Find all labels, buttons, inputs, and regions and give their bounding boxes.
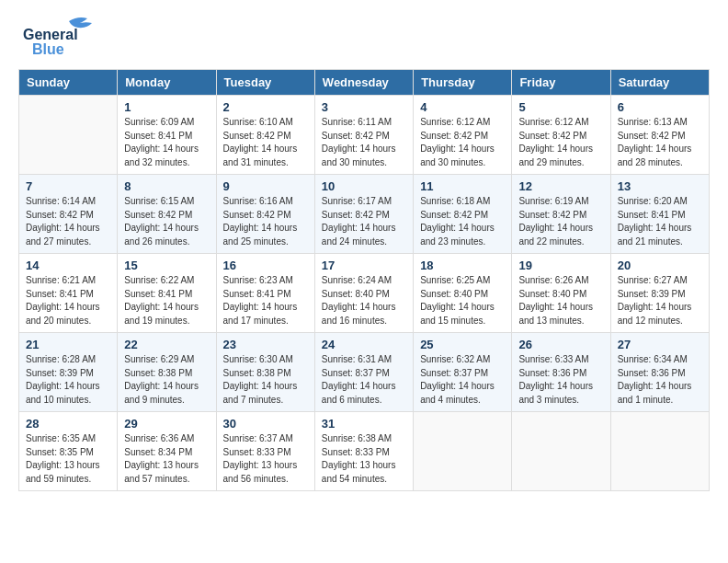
day-number: 8 <box>124 179 209 193</box>
calendar-cell <box>414 412 512 491</box>
day-info: Sunrise: 6:10 AM Sunset: 8:42 PM Dayligh… <box>223 116 308 169</box>
day-info: Sunrise: 6:22 AM Sunset: 8:41 PM Dayligh… <box>124 274 209 327</box>
day-number: 13 <box>618 179 702 193</box>
calendar-cell: 21Sunrise: 6:28 AM Sunset: 8:39 PM Dayli… <box>19 333 118 412</box>
calendar-cell: 10Sunrise: 6:17 AM Sunset: 8:42 PM Dayli… <box>314 175 413 254</box>
day-info: Sunrise: 6:18 AM Sunset: 8:42 PM Dayligh… <box>420 195 505 248</box>
day-number: 28 <box>26 417 110 431</box>
day-number: 1 <box>124 100 209 114</box>
day-number: 26 <box>518 338 603 351</box>
logo-svg: General Blue <box>18 14 101 60</box>
day-info: Sunrise: 6:27 AM Sunset: 8:39 PM Dayligh… <box>618 274 702 327</box>
day-number: 18 <box>420 259 505 272</box>
day-info: Sunrise: 6:21 AM Sunset: 8:41 PM Dayligh… <box>26 274 110 327</box>
day-info: Sunrise: 6:20 AM Sunset: 8:41 PM Dayligh… <box>618 195 702 248</box>
day-number: 6 <box>618 100 702 114</box>
weekday-header-saturday: Saturday <box>610 70 709 96</box>
calendar-cell: 18Sunrise: 6:25 AM Sunset: 8:40 PM Dayli… <box>414 254 512 333</box>
day-number: 17 <box>322 259 406 272</box>
calendar-cell: 22Sunrise: 6:29 AM Sunset: 8:38 PM Dayli… <box>118 333 216 412</box>
day-info: Sunrise: 6:13 AM Sunset: 8:42 PM Dayligh… <box>618 116 702 169</box>
day-number: 15 <box>124 259 209 272</box>
calendar-cell: 14Sunrise: 6:21 AM Sunset: 8:41 PM Dayli… <box>19 254 118 333</box>
day-number: 9 <box>223 179 308 193</box>
day-info: Sunrise: 6:12 AM Sunset: 8:42 PM Dayligh… <box>420 116 505 169</box>
weekday-header-thursday: Thursday <box>414 70 512 96</box>
calendar-cell: 19Sunrise: 6:26 AM Sunset: 8:40 PM Dayli… <box>512 254 610 333</box>
day-info: Sunrise: 6:36 AM Sunset: 8:34 PM Dayligh… <box>124 432 209 486</box>
calendar-cell: 30Sunrise: 6:37 AM Sunset: 8:33 PM Dayli… <box>216 412 314 491</box>
day-number: 2 <box>223 100 308 114</box>
day-number: 21 <box>26 338 110 351</box>
day-number: 14 <box>26 259 110 272</box>
calendar-cell: 6Sunrise: 6:13 AM Sunset: 8:42 PM Daylig… <box>610 96 709 175</box>
weekday-header-sunday: Sunday <box>19 70 118 96</box>
calendar-cell: 7Sunrise: 6:14 AM Sunset: 8:42 PM Daylig… <box>19 175 118 254</box>
day-info: Sunrise: 6:35 AM Sunset: 8:35 PM Dayligh… <box>26 432 110 486</box>
weekday-header-wednesday: Wednesday <box>314 70 413 96</box>
calendar-cell: 28Sunrise: 6:35 AM Sunset: 8:35 PM Dayli… <box>19 412 118 491</box>
day-number: 4 <box>420 100 505 114</box>
svg-text:General: General <box>23 27 78 42</box>
day-number: 29 <box>124 417 209 431</box>
calendar-cell: 23Sunrise: 6:30 AM Sunset: 8:38 PM Dayli… <box>216 333 314 412</box>
day-info: Sunrise: 6:23 AM Sunset: 8:41 PM Dayligh… <box>223 274 308 327</box>
calendar-table: SundayMondayTuesdayWednesdayThursdayFrid… <box>18 69 710 491</box>
calendar-cell: 5Sunrise: 6:12 AM Sunset: 8:42 PM Daylig… <box>512 96 610 175</box>
day-info: Sunrise: 6:31 AM Sunset: 8:37 PM Dayligh… <box>322 353 406 407</box>
weekday-header-tuesday: Tuesday <box>216 70 314 96</box>
weekday-header-friday: Friday <box>512 70 610 96</box>
calendar-cell <box>19 96 118 175</box>
day-info: Sunrise: 6:30 AM Sunset: 8:38 PM Dayligh… <box>223 353 308 407</box>
day-number: 12 <box>518 179 603 193</box>
calendar-cell: 13Sunrise: 6:20 AM Sunset: 8:41 PM Dayli… <box>610 175 709 254</box>
day-number: 5 <box>518 100 603 114</box>
day-info: Sunrise: 6:25 AM Sunset: 8:40 PM Dayligh… <box>420 274 505 327</box>
calendar-cell: 8Sunrise: 6:15 AM Sunset: 8:42 PM Daylig… <box>118 175 216 254</box>
day-number: 19 <box>518 259 603 272</box>
day-info: Sunrise: 6:12 AM Sunset: 8:42 PM Dayligh… <box>518 116 603 169</box>
day-number: 10 <box>322 179 406 193</box>
day-number: 24 <box>322 338 406 351</box>
calendar-cell <box>512 412 610 491</box>
calendar-cell: 2Sunrise: 6:10 AM Sunset: 8:42 PM Daylig… <box>216 96 314 175</box>
day-info: Sunrise: 6:17 AM Sunset: 8:42 PM Dayligh… <box>322 195 406 248</box>
day-number: 25 <box>420 338 505 351</box>
day-info: Sunrise: 6:29 AM Sunset: 8:38 PM Dayligh… <box>124 353 209 407</box>
day-number: 22 <box>124 338 209 351</box>
day-number: 27 <box>618 338 702 351</box>
day-info: Sunrise: 6:32 AM Sunset: 8:37 PM Dayligh… <box>420 353 505 407</box>
calendar-cell: 20Sunrise: 6:27 AM Sunset: 8:39 PM Dayli… <box>610 254 709 333</box>
day-info: Sunrise: 6:37 AM Sunset: 8:33 PM Dayligh… <box>223 432 308 486</box>
day-info: Sunrise: 6:15 AM Sunset: 8:42 PM Dayligh… <box>124 195 209 248</box>
calendar-cell: 1Sunrise: 6:09 AM Sunset: 8:41 PM Daylig… <box>118 96 216 175</box>
weekday-header-monday: Monday <box>118 70 216 96</box>
calendar-cell: 11Sunrise: 6:18 AM Sunset: 8:42 PM Dayli… <box>414 175 512 254</box>
day-number: 30 <box>223 417 308 431</box>
day-info: Sunrise: 6:19 AM Sunset: 8:42 PM Dayligh… <box>518 195 603 248</box>
day-number: 11 <box>420 179 505 193</box>
calendar-cell: 17Sunrise: 6:24 AM Sunset: 8:40 PM Dayli… <box>314 254 413 333</box>
calendar-cell: 15Sunrise: 6:22 AM Sunset: 8:41 PM Dayli… <box>118 254 216 333</box>
logo: General Blue <box>18 14 101 60</box>
day-info: Sunrise: 6:11 AM Sunset: 8:42 PM Dayligh… <box>322 116 406 169</box>
calendar-cell: 31Sunrise: 6:38 AM Sunset: 8:33 PM Dayli… <box>314 412 413 491</box>
calendar-cell <box>610 412 709 491</box>
calendar-cell: 3Sunrise: 6:11 AM Sunset: 8:42 PM Daylig… <box>314 96 413 175</box>
svg-text:Blue: Blue <box>32 41 64 57</box>
calendar-cell: 29Sunrise: 6:36 AM Sunset: 8:34 PM Dayli… <box>118 412 216 491</box>
day-number: 16 <box>223 259 308 272</box>
calendar-cell: 26Sunrise: 6:33 AM Sunset: 8:36 PM Dayli… <box>512 333 610 412</box>
calendar-cell: 4Sunrise: 6:12 AM Sunset: 8:42 PM Daylig… <box>414 96 512 175</box>
day-info: Sunrise: 6:28 AM Sunset: 8:39 PM Dayligh… <box>26 353 110 407</box>
day-number: 31 <box>322 417 406 431</box>
calendar-cell: 27Sunrise: 6:34 AM Sunset: 8:36 PM Dayli… <box>610 333 709 412</box>
day-info: Sunrise: 6:09 AM Sunset: 8:41 PM Dayligh… <box>124 116 209 169</box>
day-number: 7 <box>26 179 110 193</box>
calendar-cell: 25Sunrise: 6:32 AM Sunset: 8:37 PM Dayli… <box>414 333 512 412</box>
day-info: Sunrise: 6:16 AM Sunset: 8:42 PM Dayligh… <box>223 195 308 248</box>
day-number: 20 <box>618 259 702 272</box>
day-number: 23 <box>223 338 308 351</box>
day-info: Sunrise: 6:33 AM Sunset: 8:36 PM Dayligh… <box>518 353 603 407</box>
day-number: 3 <box>322 100 406 114</box>
